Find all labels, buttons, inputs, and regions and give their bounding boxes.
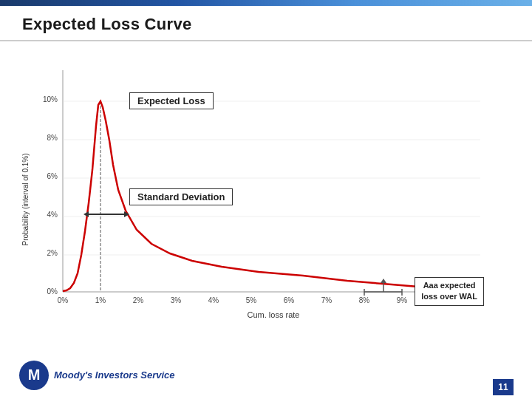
svg-text:4%: 4% [47,211,58,219]
expected-loss-label: Expected Loss [129,92,214,109]
svg-text:2%: 2% [133,296,144,304]
svg-text:9%: 9% [397,296,408,304]
svg-text:0%: 0% [58,296,69,304]
svg-marker-31 [381,279,386,283]
svg-text:6%: 6% [284,296,295,304]
svg-text:8%: 8% [359,296,370,304]
svg-text:1%: 1% [95,296,106,304]
top-decorative-bar [0,0,532,6]
svg-text:10%: 10% [43,95,58,103]
footer: M Moody's Investors Service 11 [0,351,532,399]
svg-text:7%: 7% [321,296,332,304]
page-title: Expected Loss Curve [22,15,510,34]
svg-text:6%: 6% [47,172,58,180]
chart-area: Probability (interval of 0.1%) 0% 2% 4% … [15,52,517,347]
svg-text:Probability (interval of 0.1%): Probability (interval of 0.1%) [21,153,30,245]
svg-text:Cum. loss rate: Cum. loss rate [248,310,300,319]
page-header: Expected Loss Curve [0,6,532,41]
svg-text:3%: 3% [171,296,182,304]
svg-text:4%: 4% [208,296,219,304]
svg-text:0%: 0% [47,287,58,296]
moody-logo: M Moody's Investors Service [18,360,175,391]
svg-text:M: M [28,366,41,383]
page-number: 11 [493,379,514,395]
svg-text:5%: 5% [246,296,257,304]
standard-deviation-label: Standard Deviation [129,188,233,205]
svg-text:2%: 2% [47,249,58,257]
moody-logo-icon: M [18,360,50,391]
moody-brand-text: Moody's Investors Service [54,369,175,381]
aaa-expected-loss-label: Aaa expectedloss over WAL [415,277,484,306]
svg-text:8%: 8% [47,134,58,142]
